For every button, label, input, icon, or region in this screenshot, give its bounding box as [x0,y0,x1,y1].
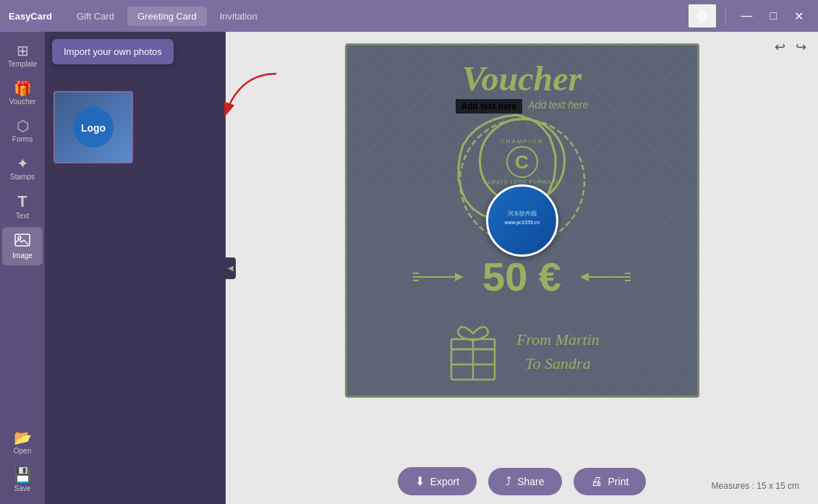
to-text: To Sandra [516,351,600,375]
emblem-top-text: CHAMPION [484,138,561,145]
print-icon: 🖨 [591,475,602,488]
nav-greeting-card[interactable]: Greeting Card [127,7,207,26]
sidebar: ⊞ Template 🎁 Voucher ⬡ Forms ✦ Stamps T … [0,32,45,504]
svg-text:www.pc0359.cn: www.pc0359.cn [503,220,540,226]
share-label: Share [517,476,544,487]
gift-row: From Martin To Sandra [444,319,600,384]
nav-invitation[interactable]: Invitation [210,7,268,26]
close-button[interactable]: ✕ [788,7,809,26]
voucher-card[interactable]: Voucher Add text here Add text here [345,43,699,398]
minimize-button[interactable]: — [735,7,758,25]
forms-icon: ⬡ [17,119,29,133]
from-to-text: From Martin To Sandra [516,328,600,375]
svg-marker-12 [580,273,589,281]
save-label: Save [14,484,31,492]
svg-marker-8 [455,273,464,281]
svg-text:Logo: Logo [81,122,106,134]
open-icon: 📂 [14,430,32,445]
nav-gift-card[interactable]: Gift Card [67,7,124,26]
export-label: Export [430,476,459,487]
canvas-area: ↩ ↪ Voucher Add text here Add text here [226,32,818,504]
voucher-icon: 🎁 [14,81,32,95]
measures-label: Measures : [712,481,754,491]
template-thumbnail[interactable]: Logo [54,91,133,163]
stamps-icon: ✦ [17,156,29,171]
bottom-bar: ⬇ Export ⤴ Share 🖨 Print Measures : 15 x… [237,461,806,498]
emblem-letter: C [515,151,529,174]
maximize-button[interactable]: □ [764,7,783,25]
stamps-label: Stamps [10,173,35,181]
from-text: From Martin [516,328,600,351]
app-logo: EasyCard [9,11,52,22]
text-label: Text [16,212,29,220]
sidebar-item-text[interactable]: T Text [2,188,43,226]
deco-left [413,270,471,284]
print-label: Print [608,476,629,487]
deco-right [573,270,631,284]
sidebar-item-open[interactable]: 📂 Open [2,424,43,461]
sidebar-item-forms[interactable]: ⬡ Forms [2,113,43,149]
undo-redo-controls: ↩ ↪ [772,38,809,56]
import-tooltip[interactable]: Import your own photos [52,39,174,64]
text-icon: T [17,194,27,210]
export-button[interactable]: ⬇ Export [398,467,477,495]
thumb-placeholder: Logo [55,93,132,162]
image-panel: Import your own photos Logo [45,32,226,504]
print-button[interactable]: 🖨 Print [574,468,647,495]
watermark: 河东软件园 www.pc0359.cn [486,184,558,257]
forms-label: Forms [12,135,33,143]
sidebar-item-voucher[interactable]: 🎁 Voucher [2,75,43,111]
svg-text:河东软件园: 河东软件园 [508,210,537,217]
share-button[interactable]: ⤴ Share [488,468,561,495]
save-icon: 💾 [14,468,32,482]
export-icon: ⬇ [415,474,425,488]
share-icon: ⤴ [506,475,511,488]
watermark-circle: 河东软件园 www.pc0359.cn [486,184,558,257]
emblem-inner: CHAMPION C ALWAYS LOOK FORWARD [484,138,561,184]
template-icon: ⊞ [17,43,29,58]
measures-value: 15 x 15 cm [757,481,799,491]
open-label: Open [14,447,31,455]
settings-button[interactable]: ⚙ [688,4,717,28]
measures-display: Measures : 15 x 15 cm [712,481,799,491]
gift-box-icon [444,319,502,384]
amount-row: 50 € [413,257,631,297]
image-label: Image [12,252,33,260]
title-nav: Gift Card Greeting Card Invitation [67,7,688,26]
image-icon [14,233,30,249]
sidebar-item-save[interactable]: 💾 Save [2,462,43,498]
amount-text: 50 € [482,257,561,297]
undo-button[interactable]: ↩ [772,38,788,56]
sidebar-item-stamps[interactable]: ✦ Stamps [2,150,43,187]
sidebar-item-template[interactable]: ⊞ Template [2,38,43,74]
title-bar: EasyCard Gift Card Greeting Card Invitat… [0,0,818,32]
window-controls: ⚙ — □ ✕ [688,4,809,28]
sidebar-item-image[interactable]: Image [2,227,43,265]
emblem-bottom-text: ALWAYS LOOK FORWARD [484,179,561,184]
main-layout: ⊞ Template 🎁 Voucher ⬡ Forms ✦ Stamps T … [0,32,818,504]
voucher-title: Voucher [462,61,581,96]
template-grid: Logo [51,88,220,166]
panel-toggle[interactable]: ◀ [226,257,236,279]
template-label: Template [8,60,38,68]
voucher-label: Voucher [9,98,36,106]
redo-button[interactable]: ↪ [793,38,809,56]
